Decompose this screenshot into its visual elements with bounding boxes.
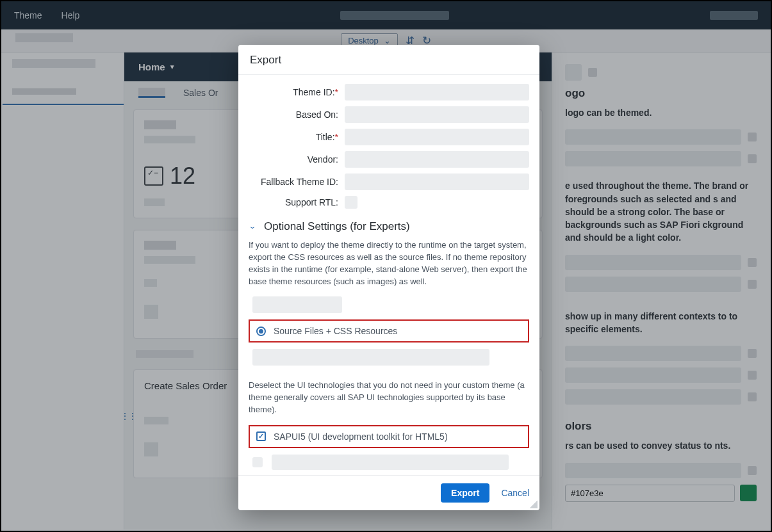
optional-settings-desc-2: Deselect the UI technologies that you do… — [249, 380, 529, 416]
label-title: Title:* — [249, 132, 345, 142]
input-vendor[interactable] — [345, 151, 529, 168]
option-placeholder-3 — [272, 455, 509, 470]
dialog-footer: Export Cancel — [238, 475, 539, 510]
optional-settings-toggle[interactable]: ⌄ Optional Settings (for Experts) — [249, 220, 529, 233]
resize-handle-icon[interactable] — [530, 501, 538, 508]
checkbox-sapui5-row[interactable]: ✓ SAPUI5 (UI development toolkit for HTM… — [256, 431, 522, 442]
chevron-down-icon: ⌄ — [249, 223, 256, 230]
checkbox-support-rtl[interactable] — [345, 196, 357, 209]
export-dialog: Export Theme ID:* Based On: Title:* Vend… — [238, 45, 539, 510]
input-theme-id[interactable] — [345, 84, 529, 101]
checkbox-placeholder[interactable] — [252, 457, 263, 467]
checkbox-sapui5-label: SAPUI5 (UI development toolkit for HTML5… — [274, 431, 448, 442]
option-placeholder-1 — [252, 296, 342, 313]
optional-settings-desc-1: If you want to deploy the theme directly… — [249, 239, 529, 287]
input-fallback[interactable] — [345, 173, 529, 190]
input-based-on[interactable] — [345, 106, 529, 123]
radio-source-css-label: Source Files + CSS Resources — [274, 326, 397, 336]
label-theme-id: Theme ID:* — [249, 87, 345, 97]
dialog-title: Export — [238, 45, 539, 75]
checkbox-sapui5[interactable]: ✓ — [256, 431, 266, 441]
radio-source-css[interactable] — [256, 326, 266, 336]
cancel-button[interactable]: Cancel — [501, 488, 529, 498]
radio-source-css-row[interactable]: Source Files + CSS Resources — [256, 326, 522, 336]
input-title[interactable] — [345, 129, 529, 145]
label-vendor: Vendor: — [249, 154, 345, 165]
label-based-on: Based On: — [249, 109, 345, 120]
optional-settings-title: Optional Settings (for Experts) — [264, 220, 410, 233]
label-support-rtl: Support RTL: — [249, 197, 345, 207]
label-fallback: Fallback Theme ID: — [249, 177, 345, 187]
option-placeholder-2 — [252, 349, 489, 366]
highlight-sapui5: ✓ SAPUI5 (UI development toolkit for HTM… — [249, 425, 529, 448]
highlight-source-css: Source Files + CSS Resources — [249, 319, 529, 343]
export-button[interactable]: Export — [441, 483, 489, 503]
